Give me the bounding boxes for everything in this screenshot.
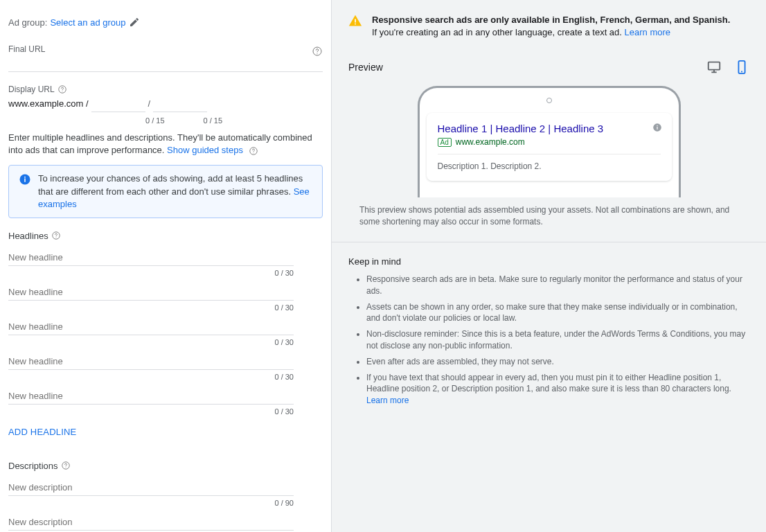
add-headline-button[interactable]: ADD HEADLINE: [8, 427, 76, 437]
edit-icon[interactable]: [129, 17, 140, 28]
warning-bold: Responsive search ads are only available…: [372, 15, 730, 25]
headline-input[interactable]: [8, 384, 294, 405]
keep-in-mind-section: Keep in mind Responsive search ads are i…: [332, 242, 766, 425]
form-panel: Ad group: Select an ad group Final URL D…: [0, 0, 331, 532]
ad-badge: Ad: [438, 138, 452, 147]
final-url-input[interactable]: [8, 54, 323, 72]
ad-group-label: Ad group:: [8, 17, 47, 28]
svg-point-22: [657, 125, 657, 126]
svg-point-12: [65, 468, 66, 468]
keep-item: Even after ads are assembled, they may n…: [366, 356, 749, 368]
keep-title: Keep in mind: [348, 256, 749, 267]
info-banner: To increase your chances of ads showing,…: [8, 165, 323, 218]
ad-group-row: Ad group: Select an ad group: [8, 17, 323, 28]
help-icon[interactable]: [51, 231, 61, 240]
preview-note: This preview shows potential ads assembl…: [332, 197, 766, 242]
ad-url: www.example.com: [456, 137, 525, 147]
headline-input[interactable]: [8, 245, 294, 266]
help-icon[interactable]: [312, 46, 323, 57]
ad-preview-card: Headline 1 | Headline 2 | Headline 3 Ad …: [427, 113, 672, 181]
headlines-label: Headlines: [8, 231, 323, 241]
descriptions-label: Descriptions: [8, 461, 323, 471]
svg-rect-13: [355, 19, 356, 23]
keep-item: Responsive search ads are in beta. Make …: [366, 274, 749, 297]
path2-input[interactable]: [153, 96, 207, 112]
select-ad-group-link[interactable]: Select an ad group: [50, 17, 125, 28]
keep-item: Assets can be shown in any order, so mak…: [366, 301, 749, 325]
svg-point-3: [62, 91, 62, 91]
ad-headline: Headline 1 | Headline 2 | Headline 3: [438, 123, 661, 134]
ad-description: Description 1. Description 2.: [438, 154, 661, 171]
explain-text: Enter multiple headlines and description…: [8, 132, 323, 157]
svg-rect-15: [709, 62, 720, 70]
path2-counter: 0 / 15: [204, 116, 223, 125]
headline-counter: 0 / 30: [8, 303, 294, 312]
svg-point-5: [253, 152, 253, 153]
warning-learn-more-link[interactable]: Learn more: [625, 27, 670, 37]
help-icon[interactable]: [61, 461, 71, 470]
svg-rect-7: [24, 179, 26, 182]
display-url-label: Display URL: [8, 85, 323, 94]
warning-icon: [348, 14, 362, 28]
svg-point-8: [24, 177, 26, 178]
help-icon[interactable]: [57, 85, 67, 94]
display-domain: www.example.com /: [8, 98, 89, 109]
preview-title: Preview: [348, 62, 383, 73]
info-icon: [19, 173, 31, 186]
headline-input[interactable]: [8, 314, 294, 335]
keep-learn-more-link[interactable]: Learn more: [366, 396, 409, 405]
svg-rect-14: [355, 24, 356, 25]
keep-item: Non-disclosure reminder: Since this is a…: [366, 328, 749, 352]
camera-icon: [546, 98, 552, 103]
description-counter: 0 / 90: [8, 499, 294, 507]
keep-item: If you have text that should appear in e…: [366, 372, 749, 407]
display-url-row: www.example.com / /: [8, 96, 323, 112]
slash: /: [148, 98, 151, 109]
path1-counter: 0 / 15: [145, 116, 165, 125]
final-url-label: Final URL: [8, 44, 323, 54]
headline-input[interactable]: [8, 349, 294, 370]
headline-counter: 0 / 30: [8, 269, 294, 277]
svg-point-1: [317, 53, 317, 54]
path1-input[interactable]: [91, 96, 145, 112]
show-guided-steps-link[interactable]: Show guided steps: [167, 145, 243, 155]
info-icon[interactable]: [652, 123, 662, 132]
desktop-icon[interactable]: [706, 60, 722, 75]
headline-input[interactable]: [8, 280, 294, 301]
svg-point-10: [55, 238, 56, 238]
headline-counter: 0 / 30: [8, 338, 294, 346]
warning-text: If you're creating an ad in any other la…: [372, 27, 622, 37]
description-input[interactable]: [8, 510, 294, 531]
headline-counter: 0 / 30: [8, 407, 294, 416]
headline-counter: 0 / 30: [8, 373, 294, 381]
preview-panel: Responsive search ads are only available…: [331, 0, 766, 532]
description-input[interactable]: [8, 475, 294, 496]
svg-rect-21: [657, 127, 657, 130]
warning-row: Responsive search ads are only available…: [332, 0, 766, 53]
mobile-icon[interactable]: [734, 60, 749, 75]
phone-frame: Headline 1 | Headline 2 | Headline 3 Ad …: [418, 86, 681, 197]
help-icon[interactable]: [249, 146, 258, 156]
